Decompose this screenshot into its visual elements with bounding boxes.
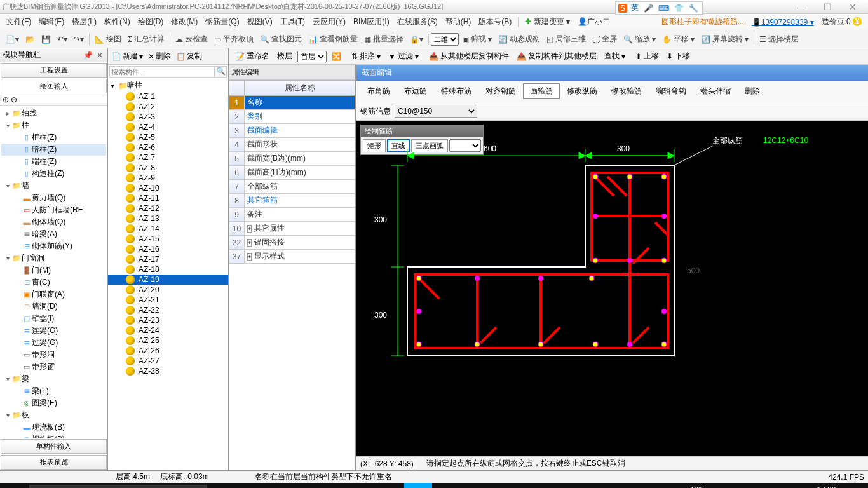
tb-view3d[interactable]: ▣俯视▾: [459, 34, 495, 44]
component-item[interactable]: AZ-13: [108, 214, 228, 224]
property-row[interactable]: 7全部纵筋: [229, 180, 355, 194]
tree-node[interactable]: ▬剪力墙(Q): [1, 192, 106, 204]
component-item[interactable]: AZ-25: [108, 336, 228, 346]
tb-open-icon[interactable]: 📂: [22, 35, 38, 44]
search-button[interactable]: 🔍: [214, 66, 227, 78]
close-button[interactable]: ✕: [840, 2, 865, 12]
ime-keyboard-icon[interactable]: ⌨: [657, 4, 670, 13]
menu-item[interactable]: 工具(T): [276, 17, 309, 26]
menu-tip-link[interactable]: 圆形柱子即有螺旋箍筋...: [658, 17, 748, 27]
component-item[interactable]: AZ-11: [108, 193, 228, 203]
tree-node[interactable]: ▸📁轴线: [1, 107, 106, 119]
tb-flat[interactable]: ▭平齐板顶: [211, 34, 257, 44]
menu-phone[interactable]: 📱13907298339 ▾: [748, 18, 818, 27]
tb-dyn[interactable]: 🔄动态观察: [495, 34, 543, 44]
component-item[interactable]: AZ-21: [108, 295, 228, 305]
tab-drawing[interactable]: 绘图输入: [1, 79, 107, 93]
component-item[interactable]: AZ-28: [108, 366, 228, 376]
component-item[interactable]: AZ-5: [108, 132, 228, 142]
rt-sort[interactable]: ⇅排序▾: [349, 51, 383, 62]
tree-node[interactable]: ▾📁门窗洞: [1, 252, 106, 264]
rt-nav-icon[interactable]: 🔀: [329, 52, 344, 61]
tb-batch[interactable]: ▦批量选择: [361, 34, 407, 44]
menu-item[interactable]: 绘图(D): [134, 17, 168, 26]
component-item[interactable]: AZ-4: [108, 122, 228, 132]
tree-node[interactable]: 〓梁(L): [1, 385, 106, 397]
component-item[interactable]: AZ-16: [108, 244, 228, 254]
canvas-tab[interactable]: 端头伸缩: [693, 83, 738, 99]
start-button[interactable]: ⊞: [0, 483, 28, 488]
tree-node[interactable]: ▯端柱(Z): [1, 156, 106, 168]
ime-shirt-icon[interactable]: 👕: [673, 4, 685, 13]
canvas-tab[interactable]: 画箍筋: [523, 83, 560, 99]
app-icon-2[interactable]: S: [264, 483, 292, 488]
tree-node[interactable]: ▾📁板: [1, 409, 106, 421]
canvas-tab[interactable]: 特殊布筋: [434, 83, 478, 99]
tree-node[interactable]: ▾📁柱: [1, 119, 106, 132]
tb-screenrot[interactable]: 🔃屏幕旋转▾: [698, 34, 752, 44]
app-icon-6[interactable]: ⊕: [404, 483, 432, 488]
canvas-tab[interactable]: 修改纵筋: [560, 83, 604, 99]
component-item[interactable]: AZ-22: [108, 305, 228, 315]
menu-item[interactable]: 帮助(H): [442, 17, 475, 26]
component-item[interactable]: AZ-8: [108, 163, 228, 173]
component-item[interactable]: AZ-6: [108, 142, 228, 152]
task-view-icon[interactable]: ▭: [208, 483, 236, 488]
rt-down[interactable]: ⬇下移: [664, 51, 693, 62]
tab-single[interactable]: 单构件输入: [1, 439, 107, 454]
app-icon-8[interactable]: G: [460, 483, 488, 488]
tree-node[interactable]: ▯暗柱(Z): [1, 144, 106, 156]
tb-cloud[interactable]: ☁云检查: [172, 34, 211, 44]
tb-new-icon[interactable]: 📄▾: [3, 35, 22, 44]
app-icon-1[interactable]: ✦: [236, 483, 264, 488]
comp-copy[interactable]: 📋复制: [174, 51, 204, 62]
property-row[interactable]: 22+ 锚固搭接: [229, 236, 355, 250]
tb-pan[interactable]: ✋平移▾: [659, 34, 698, 44]
tree-node[interactable]: ▾📁梁: [1, 373, 106, 385]
tree-node[interactable]: ▣门联窗(A): [1, 288, 106, 301]
ime-toolbar[interactable]: S 英 🎤 ⌨ 👕 🔧: [615, 1, 703, 15]
component-item[interactable]: AZ-27: [108, 356, 228, 366]
menu-item[interactable]: 钢筋量(Q): [201, 17, 243, 26]
property-row[interactable]: 37+ 显示样式: [229, 250, 355, 264]
rt-copyfrom[interactable]: 📥从其他楼层复制构件: [426, 51, 512, 62]
tree-node[interactable]: ◻墙洞(D): [1, 301, 106, 313]
tb-lock-icon[interactable]: 🔒▾: [407, 35, 426, 44]
tree-node[interactable]: 〓连梁(G): [1, 325, 106, 337]
component-item[interactable]: AZ-18: [108, 264, 228, 274]
component-item[interactable]: AZ-23: [108, 315, 228, 325]
canvas-tab[interactable]: 对齐钢筋: [478, 83, 523, 99]
app-icon-9[interactable]: ▣: [488, 483, 516, 488]
ime-wrench-icon[interactable]: 🔧: [688, 4, 700, 13]
component-item[interactable]: AZ-10: [108, 183, 228, 193]
tree-node[interactable]: ▯构造柱(Z): [1, 168, 106, 180]
component-item[interactable]: AZ-14: [108, 224, 228, 234]
canvas-tab[interactable]: 布角筋: [360, 83, 397, 99]
rt-rename[interactable]: 📝重命名: [233, 51, 272, 62]
comp-new[interactable]: 📄新建▾: [110, 51, 145, 62]
menu-item[interactable]: 在线服务(S): [393, 17, 442, 26]
tree-node[interactable]: ◎圈梁(E): [1, 397, 106, 409]
component-item[interactable]: AZ-26: [108, 346, 228, 356]
component-item[interactable]: AZ-9: [108, 173, 228, 183]
rt-copyto[interactable]: 📤复制构件到其他楼层: [514, 51, 599, 62]
tree-node[interactable]: ▭带形洞: [1, 349, 106, 361]
property-row[interactable]: 9备注: [229, 208, 355, 222]
tab-engineering[interactable]: 工程设置: [1, 63, 107, 78]
menu-item[interactable]: 编辑(E): [35, 17, 68, 26]
component-item[interactable]: AZ-12: [108, 203, 228, 214]
panel-close-icon[interactable]: ✕: [95, 51, 105, 60]
tree-node[interactable]: ▭带形窗: [1, 361, 106, 373]
tb-save-icon[interactable]: 💾: [38, 35, 54, 44]
menu-newchange[interactable]: ✚ 新建变更 ▾: [521, 17, 574, 27]
property-row[interactable]: 8其它箍筋: [229, 194, 355, 208]
rt-filter[interactable]: ▼过滤▾: [386, 51, 421, 62]
menu-coin[interactable]: 造价豆:0 ¥: [818, 17, 865, 27]
app-icon-7[interactable]: ▣: [432, 483, 460, 488]
minimize-button[interactable]: —: [789, 2, 815, 12]
app-edge-icon[interactable]: e: [292, 483, 320, 488]
tree-node[interactable]: ▬砌体墙(Q): [1, 216, 106, 228]
ime-lang[interactable]: 英: [630, 3, 640, 13]
menu-item[interactable]: 楼层(L): [68, 17, 100, 26]
tree-node[interactable]: ⊞砌体加筋(Y): [1, 240, 106, 252]
